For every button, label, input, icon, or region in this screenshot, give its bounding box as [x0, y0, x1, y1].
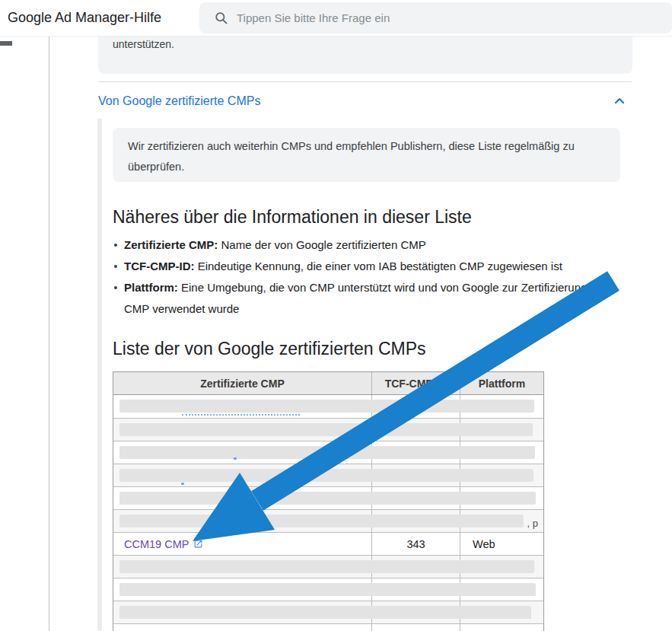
redaction-bar [119, 515, 524, 527]
scrollbar-fragment [0, 41, 12, 46]
bullet-desc: Eindeutige Kennung, die einer vom IAB be… [198, 260, 562, 272]
info-heading: Näheres über die Informationen in dieser… [113, 207, 472, 228]
section-divider [98, 81, 632, 82]
table-row-redacted [113, 441, 543, 464]
app-title: Google Ad Manager-Hilfe [8, 0, 161, 36]
tcf-cmp-id-cell: 300 [371, 624, 460, 631]
ccm19-link[interactable]: CCM19 CMP [124, 538, 189, 550]
section-title-link[interactable]: Von Google zertifizierte CMPs [98, 94, 260, 108]
table-row-redacted [113, 486, 543, 509]
table-row-redacted [113, 555, 543, 578]
bullet-label: Zertifizierte CMP: [124, 238, 218, 251]
redaction-bar [119, 446, 535, 459]
redaction-bar [119, 423, 533, 436]
redaction-bar [119, 400, 534, 413]
table-row-partial: Consilium CMP 300 Web [113, 623, 543, 631]
redaction-bar [119, 583, 536, 596]
column-header: Plattform [460, 372, 543, 394]
list-item: TCF-CMP-ID: Eindeutige Kennung, die eine… [113, 256, 613, 277]
redaction-bar [119, 606, 531, 619]
bullet-icon [114, 286, 117, 289]
partial-text-fragment: , p [527, 518, 538, 529]
app-header: Google Ad Manager-Hilfe [0, 0, 672, 36]
bullet-label: TCF-CMP-ID: [124, 260, 194, 272]
external-link-icon[interactable] [193, 539, 203, 551]
bullet-icon [114, 244, 117, 247]
list-item: Zertifizierte CMP: Name der von Google z… [113, 234, 613, 256]
bullet-desc: Name der von Google zertifizierten CMP [221, 238, 426, 251]
content-scrollbar[interactable] [97, 118, 102, 631]
redaction-artifact [181, 483, 184, 485]
bullet-desc: Eine Umgebung, die von CMP unterstützt w… [124, 281, 607, 315]
search-icon[interactable] [214, 11, 228, 25]
expandable-section-header[interactable]: Von Google zertifizierte CMPs [98, 90, 632, 113]
table-row-redacted: , p [113, 509, 543, 532]
sidebar-divider [49, 37, 49, 631]
list-heading: Liste der von Google zertifizierten CMPs [113, 339, 426, 359]
column-header: TCF-CMP-ID [371, 372, 460, 394]
header-divider [0, 36, 672, 37]
platform-cell: Web [460, 533, 543, 555]
redaction-bar [119, 469, 533, 482]
definition-list: Zertifizierte CMP: Name der von Google z… [113, 234, 613, 320]
table-row-redacted [113, 395, 543, 418]
clipped-gray-box: unterstützen. [98, 36, 632, 74]
tcf-cmp-id-cell: 343 [371, 533, 460, 555]
redaction-bar [119, 560, 534, 573]
page: unterstützen. Von Google zertifizierte C… [0, 0, 672, 631]
cmp-table: Zertifizierte CMP TCF-CMP-ID Plattform [113, 371, 544, 631]
list-item: Plattform: Eine Umgebung, die von CMP un… [113, 277, 613, 320]
table-row-redacted [113, 418, 543, 441]
platform-cell: Web [460, 624, 543, 631]
bullet-label: Plattform: [124, 281, 178, 294]
table-row-redacted [113, 578, 543, 601]
redaction-artifact [182, 414, 300, 416]
column-header: Zertifizierte CMP [113, 372, 371, 394]
redaction-bar [119, 492, 536, 505]
table-row-redacted [113, 464, 543, 486]
redaction-artifact [234, 457, 237, 460]
table-header-row: Zertifizierte CMP TCF-CMP-ID Plattform [113, 372, 543, 395]
search-bar[interactable] [199, 2, 672, 33]
clipped-paragraph-text: unterstützen. [98, 36, 632, 50]
note-text: Wir zertifizieren auch weiterhin CMPs un… [128, 136, 606, 177]
table-row-redacted [113, 601, 543, 623]
table-row-ccm19: CCM19 CMP 343 Web [113, 532, 543, 555]
note-box: Wir zertifizieren auch weiterhin CMPs un… [113, 128, 620, 182]
bullet-icon [114, 265, 117, 268]
chevron-up-icon[interactable] [612, 94, 627, 109]
search-input[interactable] [228, 2, 672, 33]
